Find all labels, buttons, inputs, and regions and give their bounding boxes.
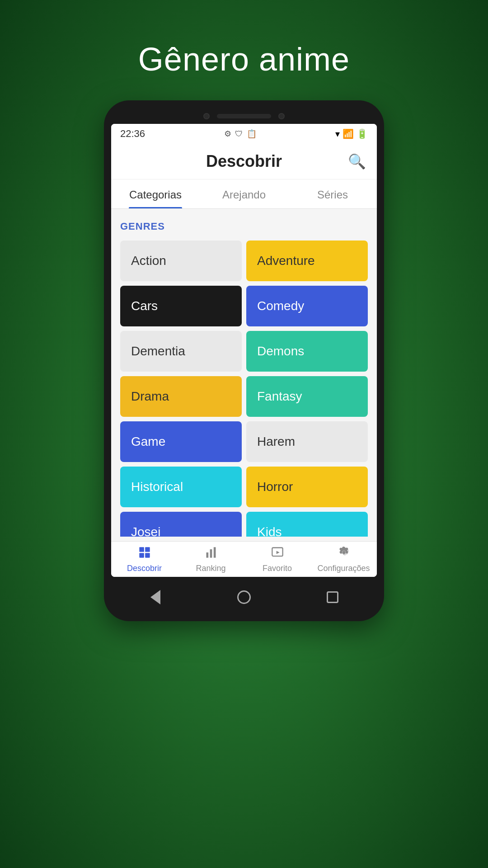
phone-speaker — [217, 114, 271, 118]
nav-configuracoes[interactable]: Configurações — [310, 546, 377, 573]
wifi-icon: ▾ — [335, 128, 340, 139]
svg-rect-1 — [145, 547, 150, 552]
svg-rect-0 — [139, 547, 144, 552]
phone-screen: 22:36 ⚙ 🛡 📋 ▾ 📶 🔋 Descobrir 🔍 Categorias… — [111, 124, 377, 577]
phone-device: 22:36 ⚙ 🛡 📋 ▾ 📶 🔋 Descobrir 🔍 Categorias… — [104, 100, 384, 621]
svg-rect-4 — [206, 552, 208, 558]
svg-rect-3 — [145, 553, 150, 558]
settings-status-icon: ⚙ — [224, 129, 231, 139]
status-system-icons: ⚙ 🛡 📋 — [224, 129, 257, 139]
battery-icon: 🔋 — [357, 128, 368, 139]
svg-point-9 — [342, 551, 345, 554]
nav-favorito[interactable]: Favorito — [244, 546, 310, 573]
nav-ranking[interactable]: Ranking — [178, 546, 244, 573]
app-toolbar: Descobrir 🔍 — [111, 144, 377, 179]
genre-adventure[interactable]: Adventure — [246, 241, 368, 281]
configuracoes-label: Configurações — [317, 564, 370, 573]
search-button[interactable]: 🔍 — [348, 153, 366, 170]
ranking-label: Ranking — [196, 564, 225, 573]
status-time: 22:36 — [120, 128, 145, 140]
shield-status-icon: 🛡 — [235, 129, 243, 139]
phone-top-hardware — [111, 113, 377, 119]
genres-section-label: GENRES — [120, 221, 368, 232]
signal-icon: 📶 — [343, 128, 354, 139]
tab-categorias[interactable]: Categorias — [111, 179, 200, 208]
front-sensor — [278, 113, 285, 119]
genres-overflow-row: Josei Kids — [120, 512, 368, 537]
recents-button[interactable] — [321, 586, 344, 609]
genre-historical[interactable]: Historical — [120, 467, 242, 507]
status-bar: 22:36 ⚙ 🛡 📋 ▾ 📶 🔋 — [111, 124, 377, 144]
descobrir-icon — [138, 546, 151, 562]
nav-descobrir[interactable]: Descobrir — [111, 546, 178, 573]
genre-josei[interactable]: Josei — [120, 512, 242, 537]
page-background-title: Gênero anime — [138, 41, 350, 78]
genre-comedy[interactable]: Comedy — [246, 286, 368, 326]
ranking-icon — [205, 546, 217, 562]
tab-series[interactable]: Séries — [288, 179, 377, 208]
svg-rect-2 — [139, 553, 144, 558]
genre-kids[interactable]: Kids — [246, 512, 368, 537]
genre-demons[interactable]: Demons — [246, 331, 368, 372]
home-button[interactable] — [233, 586, 255, 609]
favorito-label: Favorito — [263, 564, 292, 573]
genre-fantasy[interactable]: Fantasy — [246, 376, 368, 417]
genre-game[interactable]: Game — [120, 421, 242, 462]
genre-drama[interactable]: Drama — [120, 376, 242, 417]
svg-rect-6 — [213, 547, 216, 557]
bottom-nav-bar: Descobrir Ranking — [111, 541, 377, 577]
phone-hardware-buttons — [111, 580, 377, 612]
genre-dementia[interactable]: Dementia — [120, 331, 242, 372]
svg-rect-5 — [210, 549, 212, 558]
tab-bar: Categorias Arejando Séries — [111, 179, 377, 209]
front-camera — [203, 113, 210, 119]
configuracoes-icon — [338, 546, 350, 562]
genre-cars[interactable]: Cars — [120, 286, 242, 326]
clipboard-status-icon: 📋 — [247, 129, 257, 139]
genre-harem[interactable]: Harem — [246, 421, 368, 462]
genres-grid: Action Adventure Cars Comedy Dementia De… — [120, 241, 368, 507]
descobrir-label: Descobrir — [127, 564, 162, 573]
genre-horror[interactable]: Horror — [246, 467, 368, 507]
back-button[interactable] — [144, 586, 167, 609]
app-title: Descobrir — [206, 152, 282, 171]
svg-marker-8 — [276, 551, 279, 554]
genre-action[interactable]: Action — [120, 241, 242, 281]
content-area: GENRES Action Adventure Cars Comedy Deme… — [111, 209, 377, 541]
tab-arejando[interactable]: Arejando — [200, 179, 288, 208]
favorito-icon — [271, 546, 284, 562]
status-right-icons: ▾ 📶 🔋 — [335, 128, 368, 139]
